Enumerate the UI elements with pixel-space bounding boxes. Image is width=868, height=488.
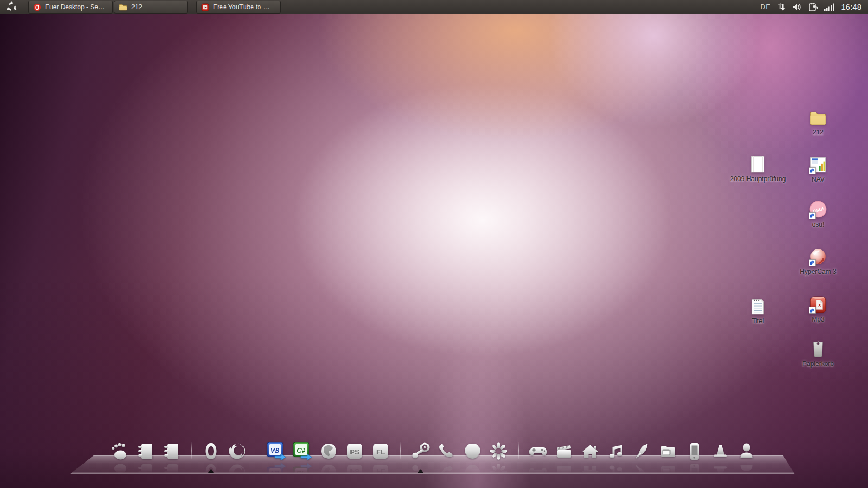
globe-icon-reflection — [318, 461, 340, 483]
dock-icon-person[interactable] — [733, 436, 760, 462]
clapperboard-icon-reflection — [553, 461, 575, 483]
dock-icon-fl-studio[interactable]: FL FL — [368, 436, 394, 462]
opera-icon-reflection — [200, 461, 222, 483]
desktop-icon-osu[interactable]: osu! osu! — [788, 201, 848, 229]
desktop-icon-label: HyperCam 3 — [788, 268, 848, 277]
blank-document-icon — [749, 155, 767, 174]
taskbar-window-label: Free YouTube to MP... — [213, 3, 274, 11]
feather-icon-reflection — [631, 461, 653, 483]
desktop-icon-label: Mp3 — [788, 316, 848, 324]
signal-bars-icon[interactable] — [824, 3, 835, 11]
phone-icon — [436, 440, 457, 462]
dock: VB VB C# C# PS PS FL FL — [81, 436, 784, 462]
dock-separator — [518, 442, 519, 459]
visual-basic-icon: VB — [266, 440, 288, 462]
dock-icon-folder-window[interactable] — [655, 436, 681, 462]
taskbar-window-opera[interactable]: Euer Desktop - Seite... — [28, 1, 113, 14]
shortcut-arrow-icon — [809, 259, 816, 266]
dock-icon-music[interactable] — [603, 436, 629, 462]
svg-text:FL: FL — [376, 467, 385, 476]
dock-icon-photoshop[interactable]: PS PS — [342, 436, 368, 462]
shortcut-arrow-icon — [809, 212, 816, 219]
csharp-icon: C# — [292, 440, 314, 462]
osu-icon: osu! — [809, 201, 827, 219]
smartphone-icon — [684, 440, 705, 462]
notebook-icon-reflection — [161, 461, 182, 483]
keyboard-layout-indicator[interactable]: DE — [760, 3, 770, 11]
dock-icon-steam[interactable] — [407, 436, 433, 462]
notebook-icon — [135, 440, 156, 462]
desktop-icon-hypercam[interactable]: HyperCam 3 — [788, 248, 848, 277]
dock-icon-traffic-cone[interactable] — [707, 436, 733, 462]
gnome-foot-icon — [108, 440, 130, 462]
dock-icon-visual-basic[interactable]: VB VB — [264, 436, 290, 462]
svg-text:VB: VB — [270, 447, 279, 454]
desktop-icon-label: 2009 Hauptprüfung — [727, 175, 788, 184]
opera-icon — [200, 440, 222, 462]
dock-icon-notebook-2[interactable] — [158, 436, 184, 462]
dock-icon-clapperboard[interactable] — [551, 436, 577, 462]
desktop-icon-label: 212 — [788, 129, 848, 137]
desktop-icon-label: osu! — [788, 221, 848, 229]
traffic-cone-icon — [710, 440, 731, 462]
desktop-icon-212[interactable]: 212 — [788, 108, 848, 137]
svg-text:C#: C# — [297, 447, 305, 454]
visual-basic-icon-reflection: VB — [266, 461, 288, 483]
trash-icon — [809, 340, 827, 358]
distro-logo-icon[interactable] — [4, 0, 18, 14]
dock-icon-firefox[interactable] — [224, 436, 250, 462]
flower-icon — [488, 440, 509, 462]
steam-icon-reflection — [410, 461, 431, 483]
desktop-icon-mp3[interactable]: 3 Mp3 — [788, 296, 848, 324]
shortcut-arrow-icon — [809, 307, 816, 314]
desktop-icon-papierkorb[interactable]: Papierkorb — [788, 340, 848, 369]
person-icon-reflection — [736, 461, 757, 483]
network-traffic-icon[interactable] — [776, 2, 786, 11]
desktop-icon-nav[interactable]: NAV — [788, 156, 848, 184]
home-icon-reflection — [579, 461, 601, 483]
smartphone-icon-reflection — [684, 461, 705, 483]
home-icon — [579, 440, 601, 462]
photoshop-icon: PS — [344, 440, 366, 462]
notepad-document-icon — [749, 297, 767, 316]
volume-icon[interactable] — [792, 3, 802, 11]
csharp-icon-reflection: C# — [292, 461, 314, 483]
dock-icon-phone[interactable] — [433, 436, 459, 462]
dock-icon-opera[interactable] — [198, 436, 224, 462]
folder-icon — [119, 3, 127, 11]
svg-text:VB: VB — [270, 469, 279, 477]
svg-text:PS: PS — [350, 448, 360, 456]
opera-icon — [33, 3, 41, 11]
svg-text:PS: PS — [350, 467, 360, 476]
hypercam-icon — [809, 248, 827, 266]
gamepad-icon — [527, 440, 549, 462]
shortcut-arrow-icon — [809, 167, 816, 174]
gnome-foot-icon-reflection — [108, 461, 130, 483]
dock-icon-notebook-1[interactable] — [132, 436, 158, 462]
desktop-icon-2009-hauptpruefung[interactable]: 2009 Hauptprüfung — [727, 155, 788, 184]
dock-icon-smartphone[interactable] — [681, 436, 707, 462]
steam-icon — [410, 440, 431, 462]
dock-icon-gnome[interactable] — [106, 436, 132, 462]
clock[interactable]: 16:48 — [841, 2, 861, 11]
desktop-icon-label: NAV — [788, 176, 848, 184]
firefox-icon-reflection — [226, 461, 248, 483]
notebook-icon-reflection — [135, 461, 156, 483]
taskbar-window-youtube-converter[interactable]: Free YouTube to MP... — [196, 1, 281, 14]
power-plug-icon[interactable] — [808, 2, 818, 11]
feather-icon — [631, 440, 653, 462]
dock-icon-globe[interactable] — [316, 436, 342, 462]
taskbar-window-folder-212[interactable]: 212 — [114, 1, 188, 14]
dock-icon-messenger-blob[interactable] — [459, 436, 486, 462]
dock-icon-feather[interactable] — [629, 436, 655, 462]
dock-icon-flower[interactable] — [486, 436, 512, 462]
music-note-icon-reflection — [605, 461, 627, 483]
desktop-wallpaper — [0, 14, 868, 488]
svg-text:C#: C# — [297, 469, 305, 477]
desktop-icon-label: Papierkorb — [788, 360, 848, 369]
svg-text:3: 3 — [818, 303, 821, 309]
dock-icon-home[interactable] — [577, 436, 603, 462]
dock-icon-gamepad[interactable] — [525, 436, 551, 462]
dock-icon-csharp[interactable]: C# C# — [290, 436, 316, 462]
desktop-icon-titel[interactable]: Titel — [727, 297, 788, 326]
